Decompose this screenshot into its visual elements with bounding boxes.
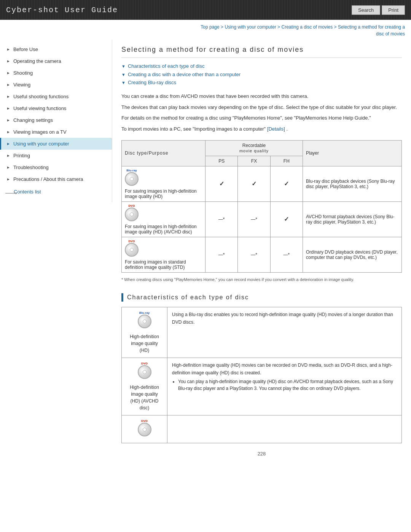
bluray-fx: ✓ — [238, 166, 270, 201]
sidebar-label-viewing-tv: Viewing images on a TV — [13, 129, 67, 135]
dvd-avchd-char-label: High-definition image quality (HD) (AVCH… — [126, 384, 162, 411]
sidebar-label-troubleshooting: Troubleshooting — [13, 165, 49, 170]
sidebar-label-before-use: Before Use — [13, 46, 38, 52]
link-characteristics[interactable]: ▼ Characteristics of each type of disc — [121, 63, 402, 70]
char-desc-bluray: Using a Blu-ray disc enables you to reco… — [167, 307, 402, 358]
dvd-std-char-icon: DVD — [138, 419, 151, 438]
breadcrumb-computer[interactable]: Using with your computer — [225, 24, 276, 30]
char-desc-dvd-text: High-definition image quality (HD) movie… — [172, 363, 392, 375]
link-device-other[interactable]: ▼ Creating a disc with a device other th… — [121, 72, 402, 78]
link-bluray[interactable]: ▼ Creating Blu-ray discs — [121, 80, 402, 86]
breadcrumb: Top page > Using with your computer > Cr… — [0, 20, 411, 40]
desc-3: For details on the method for creating a… — [121, 114, 402, 122]
dvd-std-purpose: For saving images in standard definition… — [125, 259, 186, 270]
char-icon-cell-dvd-std: DVD — [122, 415, 167, 443]
sidebar-item-useful-viewing[interactable]: ► Useful viewing functions — [0, 102, 112, 114]
th-fh: FH — [270, 156, 303, 166]
chevron-right-icon: ► — [6, 153, 10, 158]
sidebar-item-printing[interactable]: ► Printing — [0, 150, 112, 161]
page-title: Selecting a method for creating a disc o… — [121, 46, 402, 58]
sidebar-item-viewing-tv[interactable]: ► Viewing images on a TV — [0, 126, 112, 138]
sidebar-item-changing-settings[interactable]: ► Changing settings — [0, 114, 112, 126]
arrow-right-icon — [5, 190, 12, 194]
char-bullet-1: You can play a high-definition image qua… — [178, 378, 397, 392]
char-desc-dvd-std — [167, 415, 402, 443]
link-bluray-label: Creating Blu-ray discs — [128, 80, 176, 85]
chevron-right-icon: ► — [6, 83, 10, 87]
sidebar-item-precautions[interactable]: ► Precautions / About this camera — [0, 173, 112, 185]
sidebar-item-useful-shooting[interactable]: ► Useful shooting functions — [0, 91, 112, 102]
sidebar-item-using-computer[interactable]: ► Using with your computer — [0, 138, 112, 150]
bluray-fh: ✓ — [270, 166, 303, 201]
sidebar-label-using-computer: Using with your computer — [13, 141, 69, 147]
contents-list-link[interactable]: Contents list — [0, 185, 112, 198]
sidebar-label-useful-shooting: Useful shooting functions — [13, 94, 68, 99]
sidebar-label-useful-viewing: Useful viewing functions — [13, 105, 66, 111]
characteristics-table: Blu-ray High-definition image quality (H… — [121, 307, 402, 443]
desc-4: To import movies into a PC, see "Importi… — [121, 125, 402, 133]
breadcrumb-current[interactable]: Selecting a method for creating adisc of… — [338, 24, 405, 37]
main-content: Selecting a method for creating a disc o… — [112, 40, 411, 479]
main-layout: ► Before Use ► Operating the camera ► Sh… — [0, 40, 411, 479]
sidebar-label-printing: Printing — [13, 153, 30, 158]
disc-table: Disc type/Purpose Recordable movie quali… — [121, 140, 402, 273]
dvd-std-icon: DVD — [125, 240, 139, 258]
sidebar-label-operating: Operating the camera — [13, 58, 61, 64]
header: Cyber-shot User Guide Search Print — [0, 0, 411, 20]
triangle-down-icon: ▼ — [121, 63, 126, 70]
sidebar-item-viewing[interactable]: ► Viewing — [0, 79, 112, 91]
app-title: Cyber-shot User Guide — [6, 6, 118, 14]
desc-4-text: To import movies into a PC, see "Importi… — [121, 126, 267, 132]
th-ps: PS — [206, 156, 238, 166]
table-row: Blu-ray For saving images in high-defini… — [122, 166, 402, 201]
details-link[interactable]: [Details] — [267, 126, 285, 132]
dvd-avchd-player: AVCHD format playback devices (Sony Blu-… — [303, 201, 402, 237]
sidebar-label-changing-settings: Changing settings — [13, 117, 53, 123]
link-characteristics-label: Characteristics of each type of disc — [128, 63, 205, 69]
dvd-avchd-purpose: For saving images in high-definition ima… — [125, 224, 197, 235]
table-row: DVD For saving images in high-definition… — [122, 201, 402, 237]
dvd-std-fx: —* — [238, 237, 270, 272]
table-footnote: * When creating discs using "PlayMemorie… — [121, 276, 402, 283]
disc-cell-bluray: Blu-ray For saving images in high-defini… — [122, 166, 206, 201]
chevron-right-icon: ► — [6, 71, 10, 75]
dvd-std-fh: —* — [270, 237, 303, 272]
dvd-std-ps: —* — [206, 237, 238, 272]
char-icon-cell-bluray: Blu-ray High-definition image quality (H… — [122, 307, 167, 358]
breadcrumb-toppage[interactable]: Top page — [201, 24, 219, 30]
chevron-right-icon: ► — [6, 142, 10, 146]
chevron-right-icon: ► — [6, 47, 10, 51]
sidebar-item-before-use[interactable]: ► Before Use — [0, 43, 112, 55]
char-row-bluray: Blu-ray High-definition image quality (H… — [122, 307, 402, 358]
desc-2: The devices that can play back movies va… — [121, 104, 402, 112]
char-desc-dvd-avchd: High-definition image quality (HD) movie… — [167, 358, 402, 415]
link-device-other-label: Creating a disc with a device other than… — [128, 72, 241, 77]
breadcrumb-disc[interactable]: Creating a disc of movies — [281, 24, 333, 30]
th-recordable: Recordable movie quality — [206, 140, 303, 156]
char-desc-dvd-bullets: You can play a high-definition image qua… — [178, 378, 397, 392]
sidebar: ► Before Use ► Operating the camera ► Sh… — [0, 40, 112, 202]
sidebar-item-shooting[interactable]: ► Shooting — [0, 67, 112, 79]
dvd-avchd-ps: —* — [206, 201, 238, 237]
characteristics-heading: Characteristics of each type of disc — [121, 293, 402, 302]
dvd-std-player: Ordinary DVD playback devices (DVD playe… — [303, 237, 402, 272]
table-row: DVD For saving images in standard defini… — [122, 237, 402, 272]
sidebar-label-viewing: Viewing — [13, 82, 30, 88]
sidebar-item-troubleshooting[interactable]: ► Troubleshooting — [0, 161, 112, 173]
dvd-avchd-fx: —* — [238, 201, 270, 237]
bluray-char-icon: Blu-ray — [138, 311, 151, 329]
bluray-icon: Blu-ray — [125, 169, 139, 187]
print-button[interactable]: Print — [382, 5, 405, 15]
desc-4-period: . — [286, 126, 288, 132]
sidebar-label-precautions: Precautions / About this camera — [13, 176, 83, 182]
sidebar-label-shooting: Shooting — [13, 70, 33, 76]
th-disc-type: Disc type/Purpose — [122, 140, 206, 166]
th-fx: FX — [238, 156, 270, 166]
chevron-right-icon: ► — [6, 130, 10, 134]
search-button[interactable]: Search — [352, 5, 380, 15]
sidebar-item-operating-camera[interactable]: ► Operating the camera — [0, 55, 112, 67]
bluray-purpose: For saving images in high-definition ima… — [125, 189, 197, 199]
char-row-dvd-avchd: DVD High-definition image quality (HD) (… — [122, 358, 402, 415]
disc-cell-dvd-avchd: DVD For saving images in high-definition… — [122, 201, 206, 237]
char-row-dvd-std: DVD — [122, 415, 402, 443]
